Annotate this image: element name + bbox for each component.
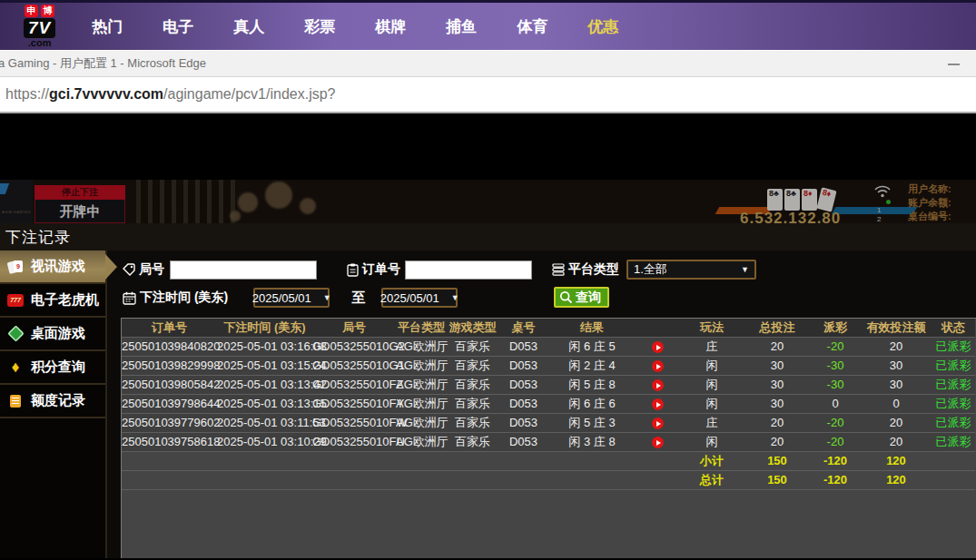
table-row: 250501039758618 2025-05-01 03:10:29 GD05… [122,432,975,451]
cell-total-bet: 30 [744,375,810,394]
cell-video [636,432,679,451]
cell-play-type: 闲 [679,394,744,413]
sidebar-item-table-games[interactable]: 桌面游戏 [0,318,105,351]
cell-bet-time: 2025-05-01 03:11:53 [217,413,312,432]
date-to-select[interactable]: 2025/05/01 ▼ [381,288,458,308]
table-row: 250501039840820 2025-05-01 03:16:08 GD05… [122,337,975,356]
play-video-icon[interactable] [652,398,664,410]
nav-item-sports[interactable]: 体育 [497,16,567,37]
cell-round-no: GD053255010FZ [312,375,396,394]
table-row: 250501039779602 2025-05-01 03:11:53 GD05… [122,413,975,432]
col-status: 状态 [932,319,975,337]
cell-payout: 0 [810,394,861,413]
total-row: 总计 150 -120 120 [122,470,975,489]
cell-order-no: 250501039805842 [122,375,217,394]
cell-table-no: D053 [498,356,548,375]
filter-row-1: 局号 订单号 平台类型 1.全部 ▼ [123,258,976,281]
cell-order-no: 250501039779602 [122,413,217,432]
search-button-label: 查询 [576,290,601,306]
search-button[interactable]: 查询 [554,287,609,308]
minimize-icon[interactable] [948,64,960,65]
filter-row-2: 下注时间 (美东) 2025/05/01 ▼ 至 2025/05/01 ▼ [123,286,976,309]
cell-play-type: 闲 [679,356,744,375]
cell-play-type: 闲 [679,432,744,451]
cell-platform: AG欧洲厅 [396,356,447,375]
cell-platform: AG欧洲厅 [396,432,447,451]
casino-banner: ASIA GAMING 停止下注 开牌中 8♣ 8♣ 8♦ 8♦ 6,532,1… [0,180,976,223]
cell-round-no: GD053255010G2 [312,337,396,356]
cell-video [636,413,679,432]
chevron-down-icon: ▼ [451,293,459,302]
cell-play-type: 闲 [679,375,744,394]
site-logo[interactable]: 申 博 7V .com [24,5,55,48]
platform-type-select[interactable]: 1.全部 ▼ [626,260,756,280]
order-no-label-group: 订单号 [347,261,400,278]
list-icon [552,263,565,276]
page-top-spacer [0,113,976,180]
col-result: 结果 [548,319,636,337]
cell-bet-time: 2025-05-01 03:13:15 [217,394,312,413]
cell-total-bet: 30 [744,356,810,375]
platform-type-label-group: 平台类型 [552,261,619,278]
bet-time-label: 下注时间 (美东) [140,290,228,306]
cell-order-no: 250501039829998 [122,356,217,375]
nav-item-live[interactable]: 真人 [213,16,284,37]
nav-item-chess[interactable]: 棋牌 [355,16,426,37]
cell-table-no: D053 [498,375,548,394]
cell-play-type: 庄 [679,413,744,432]
round-no-label-group: 局号 [123,261,164,278]
play-video-icon[interactable] [652,360,664,372]
cell-total-bet: 20 [744,413,810,432]
cell-payout: -20 [810,337,861,356]
cell-payout: -30 [810,356,861,375]
browser-url-bar[interactable]: https://gci.7vvvvvv.com/agingame/pcv1/in… [0,77,976,113]
play-video-icon[interactable] [652,437,664,448]
sidebar-item-slot-machines[interactable]: 777 电子老虎机 [0,284,105,318]
sidebar: 9 视讯游戏 777 电子老虎机 桌面游戏 ♦ 积分查询 额度记录 [0,251,107,558]
date-from-value: 2025/05/01 [252,291,311,305]
to-label: 至 [351,290,365,307]
records-panel: 局号 订单号 平台类型 1.全部 ▼ [107,251,976,558]
cell-total-bet: 20 [744,432,810,451]
total-payout: -120 [810,470,861,489]
cell-play-type: 庄 [679,337,744,356]
play-video-icon[interactable] [652,341,664,353]
cell-result: 闲 2 庄 4 [548,356,636,375]
cell-bet-time: 2025-05-01 03:15:24 [217,356,312,375]
table-games-icon [6,325,25,343]
cards-icon: 9 [6,258,25,276]
bet-records-table: 订单号 下注时间 (美东) 局号 平台类型 游戏类型 桌号 结果 玩法 总投注 … [122,319,975,508]
round-no-input[interactable] [170,260,317,280]
sidebar-item-label: 视讯游戏 [31,258,85,275]
sidebar-item-label: 积分查询 [31,359,85,376]
subtotal-total-bet: 150 [744,451,810,470]
nav-item-hot[interactable]: 热门 [72,16,143,37]
nav-item-promo[interactable]: 优惠 [567,16,638,37]
cell-order-no: 250501039758618 [122,432,217,451]
nav-item-slots[interactable]: 电子 [143,16,213,37]
logo-badge-2: 博 [41,5,54,17]
date-from-select[interactable]: 2025/05/01 ▼ [253,288,330,308]
cell-game-type: 百家乐 [447,375,498,394]
nav-item-lottery[interactable]: 彩票 [284,16,355,37]
cell-video [636,394,679,413]
bet-records-table-wrap: 订单号 下注时间 (美东) 局号 平台类型 游戏类型 桌号 结果 玩法 总投注 … [121,318,976,558]
cell-platform: AG欧洲厅 [396,394,447,413]
sidebar-item-points-query[interactable]: ♦ 积分查询 [0,351,105,385]
url-scheme: https:// [5,86,49,102]
platform-type-label: 平台类型 [568,261,619,278]
play-video-icon[interactable] [652,418,664,429]
nav-item-fishing[interactable]: 捕鱼 [426,16,497,37]
order-no-input[interactable] [405,260,532,280]
date-to-value: 2025/05/01 [380,291,439,305]
sidebar-item-live-games[interactable]: 9 视讯游戏 [0,251,105,284]
cell-valid-bet: 20 [861,337,932,356]
url-text[interactable]: https://gci.7vvvvvv.com/agingame/pcv1/in… [5,86,336,103]
filter-form: 局号 订单号 平台类型 1.全部 ▼ [107,251,976,318]
cell-order-no: 250501039798644 [122,394,217,413]
sidebar-item-quota-records[interactable]: 额度记录 [0,385,105,418]
cell-game-type: 百家乐 [447,394,498,413]
play-video-icon[interactable] [652,379,664,391]
cell-valid-bet: 20 [861,432,932,451]
cell-platform: AG欧洲厅 [396,375,447,394]
